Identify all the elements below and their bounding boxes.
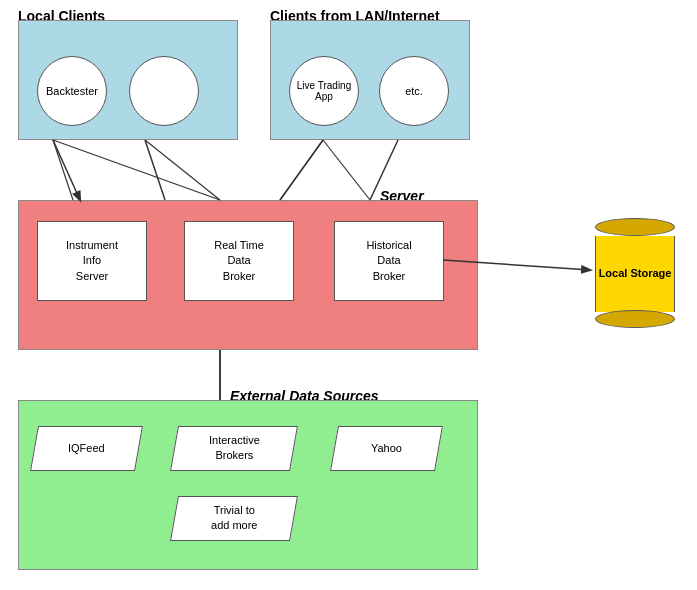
svg-line-9 <box>280 140 323 200</box>
server-box: InstrumentInfoServer Real TimeDataBroker… <box>18 200 478 350</box>
external-sources-box: IQFeed InteractiveBrokers Yahoo Trivial … <box>18 400 478 570</box>
historical-data-broker: HistoricalDataBroker <box>334 221 444 301</box>
yahoo-item: Yahoo <box>330 426 443 471</box>
svg-line-6 <box>53 140 73 200</box>
svg-line-7 <box>53 140 220 200</box>
trivial-add-more-item: Trivial toadd more <box>170 496 298 541</box>
architecture-diagram: Local Clients Backtester Clients from LA… <box>0 0 697 590</box>
local-storage-cylinder: Local Storage <box>590 218 680 328</box>
instrument-info-server: InstrumentInfoServer <box>37 221 147 301</box>
local-clients-box: Backtester <box>18 20 238 140</box>
svg-line-0 <box>53 140 80 200</box>
etc-circle: etc. <box>379 56 449 126</box>
cylinder-top <box>595 218 675 236</box>
real-time-data-broker: Real TimeDataBroker <box>184 221 294 301</box>
svg-line-2 <box>280 140 323 200</box>
backtester-circle: Backtester <box>37 56 107 126</box>
svg-line-10 <box>323 140 370 200</box>
lan-clients-box: Live Trading App etc. <box>270 20 470 140</box>
local-client-circle-2 <box>129 56 199 126</box>
svg-line-1 <box>145 140 165 200</box>
live-trading-circle: Live Trading App <box>289 56 359 126</box>
cylinder-body: Local Storage <box>595 236 675 312</box>
cylinder-bottom <box>595 310 675 328</box>
iqfeed-item: IQFeed <box>30 426 143 471</box>
interactive-brokers-item: InteractiveBrokers <box>170 426 298 471</box>
svg-line-8 <box>145 140 220 200</box>
